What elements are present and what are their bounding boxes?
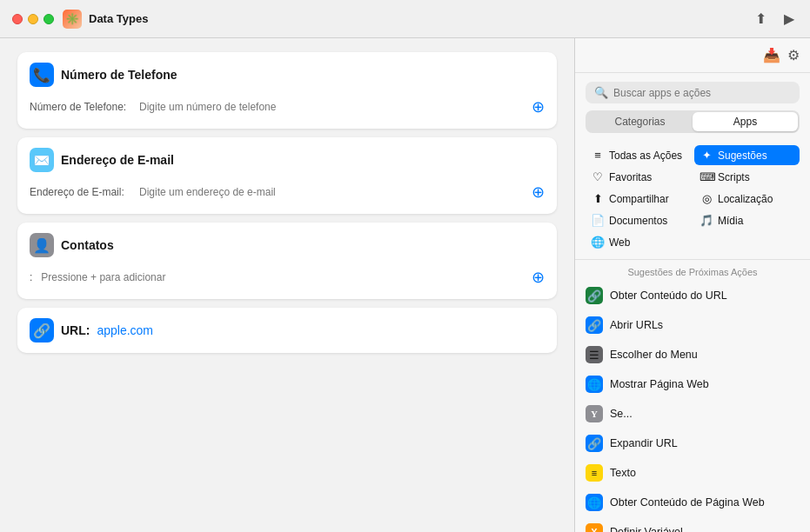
tab-row: Categorias Apps bbox=[586, 110, 800, 133]
phone-field-label: Número de Telefone: bbox=[30, 101, 134, 113]
suggestion-label-3: Mostrar Página Web bbox=[610, 378, 709, 390]
url-value[interactable]: apple.com bbox=[97, 323, 153, 337]
abrir-urls-icon: 🔗 bbox=[586, 316, 603, 334]
contacts-field-row: : ⊕ bbox=[30, 264, 545, 289]
media-icon: 🎵 bbox=[700, 214, 713, 227]
suggestion-mostrar-pagina[interactable]: 🌐 Mostrar Página Web bbox=[575, 369, 810, 399]
cat-compartilhar[interactable]: ⬆ Compartilhar bbox=[586, 189, 691, 209]
cat-web-label: Web bbox=[609, 236, 630, 249]
email-card-header: ✉️ Endereço de E-mail bbox=[30, 148, 545, 172]
sparkle-icon: ✦ bbox=[700, 149, 713, 162]
cat-compartilhar-label: Compartilhar bbox=[609, 193, 669, 205]
heart-icon: ♡ bbox=[591, 170, 605, 183]
phone-icon: 📞 bbox=[30, 63, 54, 87]
traffic-lights bbox=[12, 14, 54, 24]
cat-sugestoes[interactable]: ✦ Sugestões bbox=[694, 145, 800, 165]
contacts-card-header: 👤 Contatos bbox=[30, 233, 545, 257]
suggestion-label-8: Definir Variável bbox=[610, 526, 683, 532]
web-icon: 🌐 bbox=[591, 236, 605, 249]
obter-url-icon: 🔗 bbox=[586, 287, 603, 304]
right-panel: 📥 ⚙ 🔍 Categorias Apps ≡ Todas as Ações ✦… bbox=[575, 38, 810, 532]
suggestion-label-7: Obter Conteúdo de Página Web bbox=[610, 496, 765, 509]
cat-web[interactable]: 🌐 Web bbox=[586, 232, 691, 252]
cat-localizacao-label: Localização bbox=[718, 193, 773, 205]
title-bar: ✳️ Data Types ⬆ ▶ bbox=[0, 0, 810, 38]
cat-midia[interactable]: 🎵 Mídia bbox=[694, 210, 800, 230]
share-button[interactable]: ⬆ bbox=[752, 9, 770, 29]
contacts-icon: 👤 bbox=[30, 233, 54, 257]
cat-documentos-label: Documentos bbox=[609, 215, 667, 227]
email-icon: ✉️ bbox=[30, 148, 54, 172]
contacts-colon: : bbox=[30, 271, 32, 283]
expandir-url-icon: 🔗 bbox=[586, 435, 603, 452]
tab-apps[interactable]: Apps bbox=[693, 112, 798, 131]
cat-scripts[interactable]: ⌨ Scripts bbox=[694, 167, 800, 187]
suggestion-label-6: Texto bbox=[610, 467, 636, 479]
email-add-button[interactable]: ⊕ bbox=[532, 183, 545, 202]
cat-midia-label: Mídia bbox=[718, 215, 743, 227]
phone-add-button[interactable]: ⊕ bbox=[532, 97, 545, 116]
maximize-button[interactable] bbox=[44, 14, 54, 24]
contacts-add-button[interactable]: ⊕ bbox=[532, 268, 545, 287]
phone-card: 📞 Número de Telefone Número de Telefone:… bbox=[17, 52, 557, 129]
search-input[interactable] bbox=[613, 87, 791, 99]
contacts-card-title: Contatos bbox=[61, 238, 114, 252]
suggestions-title: Sugestões de Próximas Ações bbox=[575, 260, 810, 281]
cat-todas-acoes[interactable]: ≡ Todas as Ações bbox=[586, 145, 691, 165]
app-icon: ✳️ bbox=[63, 10, 82, 29]
title-actions: ⬆ ▶ bbox=[752, 9, 798, 29]
suggestion-expandir-url[interactable]: 🔗 Expandir URL bbox=[575, 429, 810, 458]
main-content: 📞 Número de Telefone Número de Telefone:… bbox=[0, 38, 810, 532]
suggestion-se[interactable]: Y Se... bbox=[575, 399, 810, 429]
right-panel-top: 📥 ⚙ bbox=[575, 38, 810, 73]
suggestion-label-4: Se... bbox=[610, 408, 633, 420]
email-field-input[interactable] bbox=[139, 186, 526, 198]
docs-icon: 📄 bbox=[591, 214, 605, 227]
cat-todas-label: Todas as Ações bbox=[609, 150, 682, 162]
phone-field-input[interactable] bbox=[139, 101, 526, 113]
cat-sugestoes-label: Sugestões bbox=[718, 150, 767, 162]
cat-localizacao[interactable]: ◎ Localização bbox=[694, 189, 800, 209]
suggestion-label-5: Expandir URL bbox=[610, 437, 678, 449]
phone-card-title: Número de Telefone bbox=[61, 68, 177, 82]
url-card: 🔗 URL: apple.com bbox=[17, 308, 557, 353]
suggestion-escolher-menu[interactable]: ☰ Escolher do Menu bbox=[575, 340, 810, 369]
texto-icon: ≡ bbox=[586, 464, 603, 482]
suggestion-obter-url[interactable]: 🔗 Obter Conteúdo do URL bbox=[575, 281, 810, 310]
suggestion-abrir-urls[interactable]: 🔗 Abrir URLs bbox=[575, 310, 810, 340]
suggestion-definir-variavel[interactable]: X Definir Variável bbox=[575, 517, 810, 532]
escolher-menu-icon: ☰ bbox=[586, 346, 603, 363]
panel-settings-button[interactable]: ⚙ bbox=[787, 47, 800, 63]
url-row: 🔗 URL: apple.com bbox=[30, 318, 545, 342]
run-button[interactable]: ▶ bbox=[780, 9, 798, 29]
obter-pagina-web-icon: 🌐 bbox=[586, 494, 603, 511]
cat-documentos[interactable]: 📄 Documentos bbox=[586, 210, 691, 230]
cat-favoritas[interactable]: ♡ Favoritas bbox=[586, 167, 691, 187]
suggestion-obter-pagina-web[interactable]: 🌐 Obter Conteúdo de Página Web bbox=[575, 488, 810, 517]
definir-variavel-icon: X bbox=[586, 523, 603, 532]
add-to-library-button[interactable]: 📥 bbox=[763, 47, 780, 63]
url-label: URL: bbox=[61, 323, 90, 337]
scripts-icon: ⌨ bbox=[700, 170, 713, 183]
suggestion-label-1: Abrir URLs bbox=[610, 319, 663, 331]
search-icon: 🔍 bbox=[594, 86, 608, 99]
share-icon: ⬆ bbox=[591, 192, 605, 205]
email-card-title: Endereço de E-mail bbox=[61, 153, 174, 167]
email-field-label: Endereço de E-mail: bbox=[30, 186, 134, 198]
tab-categorias[interactable]: Categorias bbox=[587, 112, 693, 131]
left-panel: 📞 Número de Telefone Número de Telefone:… bbox=[0, 38, 574, 532]
mostrar-pagina-icon: 🌐 bbox=[586, 376, 603, 393]
suggestion-label-2: Escolher do Menu bbox=[610, 349, 698, 361]
location-icon: ◎ bbox=[700, 192, 713, 205]
url-icon: 🔗 bbox=[30, 318, 54, 342]
list-icon: ≡ bbox=[591, 149, 605, 162]
suggestion-texto[interactable]: ≡ Texto bbox=[575, 458, 810, 488]
cat-scripts-label: Scripts bbox=[718, 171, 750, 183]
close-button[interactable] bbox=[12, 14, 23, 24]
se-icon: Y bbox=[586, 405, 603, 422]
contacts-field-input[interactable] bbox=[41, 271, 526, 283]
suggestion-label-0: Obter Conteúdo do URL bbox=[610, 289, 727, 302]
phone-field-row: Número de Telefone: ⊕ bbox=[30, 94, 545, 118]
minimize-button[interactable] bbox=[28, 14, 38, 24]
contacts-card: 👤 Contatos : ⊕ bbox=[17, 223, 557, 299]
